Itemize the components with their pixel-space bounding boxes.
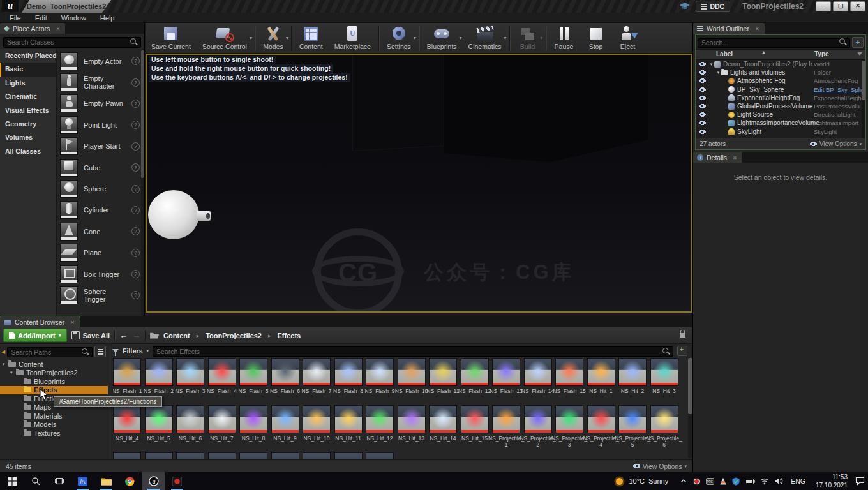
outliner-row-atmospheric-fog[interactable]: Atmospheric FogAtmosphericFog	[696, 77, 865, 85]
asset-ns-hit-1[interactable]: NS_Hit_1	[587, 358, 615, 405]
asset-ns-hit-8[interactable]: NS_Hit_8	[239, 405, 267, 452]
asset-partial[interactable]	[239, 452, 267, 459]
cone-icon[interactable]	[719, 477, 727, 486]
place-item-cube[interactable]: Cube?	[57, 157, 144, 178]
lock-icon[interactable]	[680, 333, 685, 338]
asset-ns-hit-7[interactable]: NS_Hit_7	[208, 405, 236, 452]
asset-ns-flash-12[interactable]: NS_Flash_12	[461, 358, 489, 405]
task-view-taskbar-icon[interactable]	[47, 472, 71, 490]
category-lights[interactable]: Lights	[0, 77, 56, 90]
asset-ns-flash-9[interactable]: NS_Flash_9	[366, 358, 394, 405]
windows-taskbar-icon[interactable]	[0, 472, 24, 490]
asset-ns-projectile-1[interactable]: NS_Projectile_ 1	[492, 405, 520, 452]
language-indicator[interactable]: ENG	[791, 477, 805, 485]
asset-partial[interactable]	[303, 452, 331, 459]
visibility-eye-icon[interactable]	[696, 112, 708, 117]
asset-partial[interactable]	[208, 452, 236, 459]
category-geometry[interactable]: Geometry	[0, 117, 56, 131]
search-taskbar-icon[interactable]	[24, 472, 47, 490]
outliner-search-input[interactable]	[698, 38, 850, 48]
filter-funnel-icon[interactable]	[857, 52, 862, 56]
place-item-cylinder[interactable]: Cylinder?	[57, 200, 144, 221]
asset-ns-hit-14[interactable]: NS_Hit_14	[429, 405, 457, 452]
asset-ns-projectile-5[interactable]: NS_Projectile_ 5	[618, 405, 647, 452]
visibility-eye-icon[interactable]	[696, 95, 708, 101]
asset-partial[interactable]	[366, 452, 394, 459]
help-icon[interactable]: ?	[131, 206, 140, 214]
asset-ns-projectile-2[interactable]: NS_Projectile_ 2	[524, 405, 552, 452]
outliner-row-lights-and-volumes[interactable]: ▾Lights and volumesFolder	[696, 68, 865, 77]
save-all-button[interactable]: Save All	[71, 331, 110, 339]
expand-arrow-icon[interactable]: ▾	[715, 70, 721, 75]
asset-ns-flash-5[interactable]: NS_Flash_5	[239, 358, 267, 405]
place-item-box-trigger[interactable]: Box Trigger?	[57, 264, 144, 285]
visibility-eye-icon[interactable]	[696, 129, 708, 135]
content-view-options[interactable]: View Options ▾	[633, 463, 687, 470]
tab-details[interactable]: i Details ✕	[693, 152, 742, 163]
volume-icon[interactable]	[774, 477, 783, 485]
battery-icon[interactable]	[745, 479, 755, 484]
asset-ns-hit-13[interactable]: NS_Hit_13	[398, 405, 426, 452]
tree-folder-textures[interactable]: Textures	[0, 429, 108, 438]
tree-folder-blueprints[interactable]: Blueprints	[0, 377, 108, 386]
record-icon[interactable]	[692, 477, 701, 486]
toolbar-source-control-button[interactable]: Source Control▾	[197, 23, 253, 53]
category-volumes[interactable]: Volumes	[0, 131, 56, 144]
chevron-up-icon[interactable]	[680, 477, 687, 485]
visibility-eye-icon[interactable]	[696, 103, 708, 109]
visibility-eye-icon[interactable]	[696, 70, 708, 75]
help-icon[interactable]: ?	[131, 163, 140, 172]
back-button[interactable]: ←	[119, 330, 128, 340]
search-classes-input[interactable]	[3, 37, 141, 48]
asset-ns-hit-15[interactable]: NS_Hit_15	[461, 405, 489, 452]
asset-ns-projectile-4[interactable]: NS_Projectile_ 4	[587, 405, 615, 452]
column-label[interactable]: Label	[716, 50, 733, 57]
asset-ns-flash-14[interactable]: NS_Flash_14	[524, 358, 552, 405]
tab-place-actors[interactable]: Place Actors ✕	[0, 23, 65, 34]
asset-ns-hit-12[interactable]: NS_Hit_12	[366, 405, 394, 452]
asset-partial[interactable]	[271, 452, 299, 459]
asset-ns-flash-11[interactable]: NS_Flash_11	[429, 358, 457, 405]
add-import-button[interactable]: Add/Import ▾	[3, 329, 67, 342]
dropdown-caret-icon[interactable]: ▾	[504, 35, 506, 41]
place-item-point-light[interactable]: Point Light?	[57, 114, 144, 135]
shield-icon[interactable]	[732, 477, 740, 486]
expand-arrow-icon[interactable]: ▾	[708, 62, 714, 67]
minimize-button[interactable]: –	[816, 1, 831, 11]
weather-widget[interactable]: 10°C Sunny	[614, 476, 668, 487]
asset-ns-hit-3[interactable]: NS_Hit_3	[650, 358, 678, 405]
outliner-view-options[interactable]: View Options ▾	[810, 140, 862, 147]
asset-partial[interactable]	[334, 452, 363, 459]
toolbar-pause-button[interactable]: Pause	[548, 23, 580, 53]
place-item-empty-pawn[interactable]: Empty Pawn?	[57, 93, 144, 114]
dropdown-caret-icon[interactable]: ▾	[540, 35, 542, 41]
place-item-cone[interactable]: Cone?	[57, 221, 144, 242]
outliner-row-globalpostprocessvolume[interactable]: GlobalPostProcessVolumePostProcessVolu	[696, 102, 865, 110]
outliner-row-demo-toonprojectiles2-p[interactable]: ▾Demo_ToonProjectiles2 (Play In EditWorl…	[696, 60, 865, 68]
menu-help[interactable]: Help	[93, 14, 122, 22]
help-icon[interactable]: ?	[131, 291, 140, 299]
asset-ns-flash-4[interactable]: NS_Flash_4	[208, 358, 236, 405]
asset-grid-scrollbar[interactable]	[688, 358, 692, 458]
dropdown-caret-icon[interactable]: ▾	[286, 35, 288, 41]
toolbar-modes-button[interactable]: Modes▾	[257, 23, 289, 53]
help-icon[interactable]: ?	[131, 249, 140, 257]
outliner-row-bp-sky-sphere[interactable]: BP_Sky_SphereEdit BP_Sky_Sph	[696, 85, 865, 94]
toolbar-cinematics-button[interactable]: Cinematics▾	[463, 23, 507, 53]
place-item-empty-actor[interactable]: Empty Actor?	[57, 50, 144, 71]
asset-ns-hit-6[interactable]: NS_Hit_6	[176, 405, 204, 452]
expand-arrow-icon[interactable]: ▾	[10, 370, 16, 375]
place-item-player-start[interactable]: Player Start?	[57, 136, 144, 157]
toolbar-save-current-button[interactable]: Save Current	[146, 23, 197, 53]
visibility-eye-icon[interactable]	[696, 78, 708, 84]
outliner-row-exponentialheightfog[interactable]: ExponentialHeightFogExponentialHeigh	[696, 94, 865, 102]
menu-window[interactable]: Window	[54, 14, 93, 22]
ddc-button[interactable]: DDC	[696, 1, 730, 12]
breadcrumb-content[interactable]: Content	[163, 332, 190, 339]
asset-ns-flash-3[interactable]: NS_Flash_3	[176, 358, 204, 405]
category-basic[interactable]: Basic	[0, 63, 56, 76]
toolbar-marketplace-button[interactable]: Marketplace	[329, 23, 377, 53]
outliner-row-light-source[interactable]: Light SourceDirectionalLight	[696, 110, 865, 119]
asset-ns-hit-2[interactable]: NS_Hit_2	[618, 358, 647, 405]
sources-list-button[interactable]	[94, 346, 106, 357]
